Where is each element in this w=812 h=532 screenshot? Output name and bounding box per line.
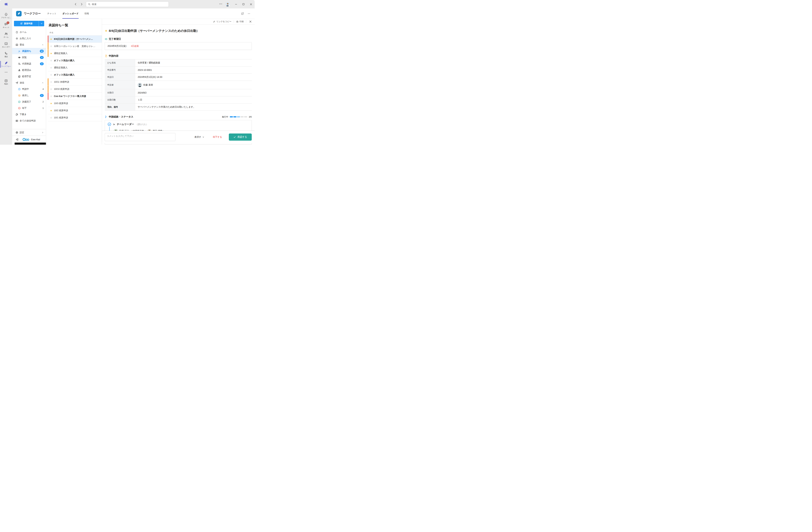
star-icon[interactable]: ☆	[49, 95, 53, 98]
rail-item-activity[interactable]: アクティビ...	[0, 11, 12, 20]
table-row: 出勤日数１日	[105, 97, 252, 104]
check-circle-icon	[18, 100, 21, 103]
list-item[interactable]: ★通勤定期購入	[48, 50, 102, 57]
sidebar-item-pending-approval[interactable]: 承認待ち 12	[12, 48, 46, 54]
pending-badge: 12	[40, 50, 44, 53]
new-request-button[interactable]: 新規申請	[14, 21, 39, 26]
list-item[interactable]: ☆10/11 休暇申請	[48, 78, 102, 86]
list-item[interactable]: ★8/4(日)休日出勤申請（サーバーメン…	[48, 35, 102, 43]
sidebar-item-completed[interactable]: 決裁完了 2	[12, 99, 46, 105]
sidebar-item-settings[interactable]: 設定	[12, 129, 46, 135]
close-window-button[interactable]	[247, 0, 255, 9]
search-input[interactable]	[92, 3, 160, 5]
maximize-button[interactable]	[240, 0, 247, 9]
star-icon[interactable]: ☆	[49, 81, 53, 84]
close-detail-icon[interactable]	[248, 20, 252, 24]
star-icon[interactable]: ☆	[49, 66, 53, 69]
approve-button[interactable]: 承認する	[229, 133, 252, 141]
minimize-button[interactable]	[232, 0, 240, 9]
star-icon[interactable]: ☆	[49, 59, 53, 62]
rail-item-apps[interactable]: Apps	[0, 77, 12, 87]
open-in-new-icon[interactable]	[241, 12, 244, 15]
favorite-star-icon[interactable]: ★	[105, 29, 107, 33]
forward-arrow-icon[interactable]	[80, 3, 83, 6]
user-avatar[interactable]	[226, 2, 230, 6]
tab-chat[interactable]: チャット	[47, 9, 57, 19]
rail-item-teams[interactable]: チーム	[0, 30, 12, 40]
star-icon[interactable]: ☆	[49, 45, 53, 48]
search-bar[interactable]	[86, 1, 169, 7]
sidebar-item-favorites[interactable]: お気に入り	[12, 35, 46, 42]
tab-info[interactable]: 情報	[85, 9, 89, 19]
list-item[interactable]: ☆10/10 残業申請	[48, 86, 102, 93]
rail-item-workflow[interactable]: ワークフロー	[0, 59, 12, 69]
tab-dashboard[interactable]: ダッシュボード	[62, 9, 78, 19]
list-title: 承認待ち一覧	[46, 19, 102, 27]
sidebar-item-processed[interactable]: 処理済み	[12, 67, 46, 73]
star-icon[interactable]: ★	[49, 38, 53, 41]
approval-stamp-icon	[18, 50, 21, 53]
app-title: ワークフロー	[24, 12, 41, 15]
comment-input[interactable]	[105, 133, 175, 141]
rail-more-icon[interactable]	[0, 69, 12, 75]
inbox-icon	[15, 43, 18, 46]
star-icon[interactable]: ★	[49, 109, 53, 112]
sidebar-group-inbox[interactable]: 受信	[12, 42, 46, 48]
list-item[interactable]: ☆令和コーポレーション様 見積もりレ…	[48, 43, 102, 50]
sidebar-item-rejected[interactable]: 却下 1	[12, 105, 46, 111]
app-more-icon[interactable]	[247, 12, 250, 15]
sidebar-item-home[interactable]: ホーム	[12, 29, 46, 35]
apps-plus-icon	[4, 79, 8, 83]
star-icon[interactable]: ★	[49, 52, 53, 55]
sidebar-item-proxy-approval[interactable]: 代理承認 3	[12, 61, 46, 67]
rail-item-calendar[interactable]: カレンダー	[0, 40, 12, 50]
back-arrow-icon[interactable]	[74, 3, 77, 6]
list-item[interactable]: ★10/2 残業申請	[48, 107, 102, 114]
teams-app-rail: アクティビ... 1 チャット チーム カレンダー 通話	[0, 9, 12, 145]
star-icon[interactable]: ☆	[49, 116, 53, 119]
teams-people-icon	[4, 32, 8, 36]
sidebar-item-applying[interactable]: 申請中 4	[12, 86, 46, 92]
workflow-feather-icon	[4, 61, 8, 65]
teams-logo-icon: T	[4, 2, 8, 6]
chat-badge: 1	[7, 21, 9, 24]
star-icon[interactable]: ☆	[49, 73, 53, 76]
collapse-sidebar-icon[interactable]	[15, 138, 19, 141]
due-date: 2024年8月2日(金)	[107, 44, 126, 47]
print-button[interactable]: 印刷	[236, 20, 244, 23]
new-request-dropdown-button[interactable]	[39, 21, 44, 26]
sidebar-item-returned[interactable]: 差戻し 2	[12, 92, 46, 99]
list-item[interactable]: ☆通勤定期購入	[48, 64, 102, 71]
rail-item-calls[interactable]: 通話	[0, 50, 12, 59]
sidebar-group-outbox[interactable]: 送信	[12, 80, 46, 86]
send-back-button[interactable]: 差戻す	[194, 135, 204, 139]
sidebar-item-circulation[interactable]: 回覧 4	[12, 54, 46, 61]
svg-text:T: T	[5, 3, 6, 5]
rail-item-chat[interactable]: 1 チャット	[0, 20, 12, 30]
copy-link-button[interactable]: リンクをコピー	[213, 20, 231, 23]
search-icon	[88, 3, 90, 5]
list-item[interactable]: ☆オフィス用品の購入	[48, 57, 102, 64]
progress-bar	[230, 116, 247, 117]
list-item[interactable]: ★10/3 残業申請	[48, 100, 102, 107]
star-icon[interactable]: ★	[49, 102, 53, 105]
gear-icon	[15, 131, 18, 134]
sidebar-item-drafts[interactable]: 下書き	[12, 111, 46, 118]
approval-action-bar: 差戻す 却下する 承認する	[102, 131, 255, 143]
presence-indicator	[229, 5, 230, 6]
list-item[interactable]: ☆Coo Kai ワークフロー導入申請	[48, 93, 102, 100]
calendar-icon	[4, 42, 8, 45]
sidebar-item-all-requests[interactable]: 全ての送信申請	[12, 118, 46, 124]
printer-icon	[236, 20, 238, 23]
titlebar-more-icon[interactable]	[219, 2, 223, 7]
list-item[interactable]: ☆オフィス用品の購入	[48, 71, 102, 78]
app-header: ワークフロー チャット ダッシュボード 情報	[12, 9, 255, 19]
content-section-header: 申請内容	[105, 54, 252, 57]
reject-button[interactable]: 却下する	[213, 135, 222, 139]
stamp-icon	[18, 69, 21, 72]
deadline-clock-icon	[105, 38, 107, 40]
star-icon[interactable]: ☆	[49, 88, 53, 91]
list-item[interactable]: ☆10/1 残業申請	[48, 114, 102, 121]
sidebar-item-to-process[interactable]: 処理予定	[12, 73, 46, 80]
overdue-badge: 3日超過	[131, 45, 139, 47]
